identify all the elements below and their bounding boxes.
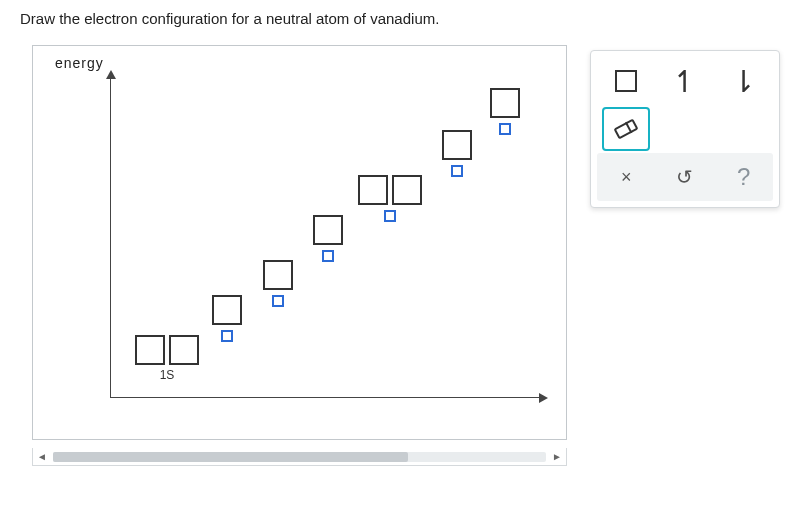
orbital-box[interactable] xyxy=(358,175,388,205)
orbital-box[interactable] xyxy=(442,130,472,160)
orbital-box-small[interactable] xyxy=(384,210,396,222)
reset-icon: ↺ xyxy=(676,165,693,189)
question-icon: ? xyxy=(737,163,750,191)
orbital-box-small[interactable] xyxy=(499,123,511,135)
question-prompt: Draw the electron configuration for a ne… xyxy=(20,10,439,27)
horizontal-scrollbar[interactable]: ◄ ► xyxy=(32,448,567,466)
orbital-slot[interactable] xyxy=(442,130,472,177)
orbital-box-small[interactable] xyxy=(322,250,334,262)
spin-down-tool[interactable]: ⇂ xyxy=(720,59,768,103)
orbital-box-small[interactable] xyxy=(272,295,284,307)
orbital-box-small[interactable] xyxy=(221,330,233,342)
help-button[interactable]: ? xyxy=(720,155,768,199)
scroll-track[interactable] xyxy=(53,452,546,462)
empty-cell xyxy=(720,107,768,151)
empty-cell xyxy=(661,107,709,151)
orbital-label: 1S xyxy=(160,368,175,382)
down-arrow-icon: ⇂ xyxy=(731,64,756,99)
y-axis xyxy=(110,78,111,398)
scroll-thumb[interactable] xyxy=(53,452,408,462)
orbital-slot[interactable] xyxy=(313,215,343,262)
orbital-slot[interactable] xyxy=(212,295,242,342)
orbital-canvas[interactable] xyxy=(32,45,567,440)
spin-up-tool[interactable]: ↿ xyxy=(661,59,709,103)
up-arrow-icon: ↿ xyxy=(672,64,697,99)
orbital-slot[interactable] xyxy=(358,175,422,222)
orbital-box[interactable] xyxy=(212,295,242,325)
orbital-box-tool[interactable] xyxy=(602,59,650,103)
orbital-box[interactable] xyxy=(392,175,422,205)
scroll-right-button[interactable]: ► xyxy=(548,449,566,465)
orbital-slot[interactable] xyxy=(263,260,293,307)
eraser-icon xyxy=(614,119,639,140)
orbital-box[interactable] xyxy=(169,335,199,365)
square-icon xyxy=(615,70,637,92)
orbital-box[interactable] xyxy=(135,335,165,365)
orbital-1s[interactable]: 1S xyxy=(135,335,199,382)
x-icon: × xyxy=(621,167,632,188)
tool-palette: ↿ ⇂ × ↺ ? xyxy=(590,50,780,208)
orbital-box[interactable] xyxy=(263,260,293,290)
orbital-box-small[interactable] xyxy=(451,165,463,177)
orbital-box[interactable] xyxy=(313,215,343,245)
orbital-box[interactable] xyxy=(490,88,520,118)
y-axis-label: energy xyxy=(55,55,104,71)
reset-button[interactable]: ↺ xyxy=(661,155,709,199)
scroll-left-button[interactable]: ◄ xyxy=(33,449,51,465)
eraser-tool[interactable] xyxy=(602,107,650,151)
x-axis xyxy=(110,397,540,398)
orbital-slot[interactable] xyxy=(490,88,520,135)
clear-button[interactable]: × xyxy=(602,155,650,199)
